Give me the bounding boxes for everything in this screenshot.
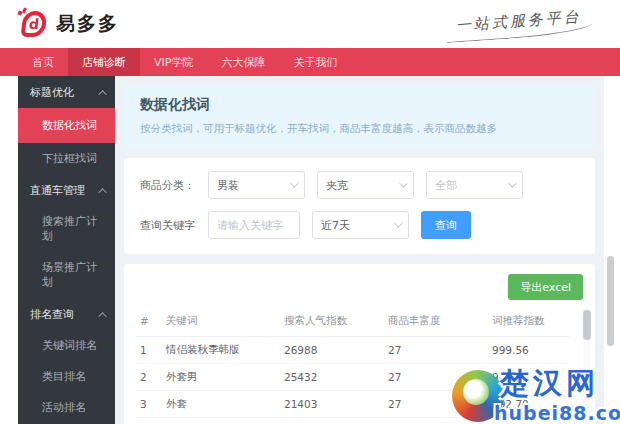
nav-item-shop-diagnosis[interactable]: 店铺诊断 <box>68 48 140 76</box>
date-range-select[interactable]: 近7天 <box>312 211 409 239</box>
cell-popularity: 21403 <box>280 391 384 418</box>
selected-value: 男装 <box>217 178 239 193</box>
results-table-card: 导出excel # 关键词 搜索人气指数 商品丰富度 词推荐指数 1 情侣装秋季… <box>124 264 595 424</box>
cell-richness: 27 <box>384 418 488 424</box>
cell-richness: 27 <box>384 337 488 364</box>
app-logo[interactable]: d 易多多 <box>18 9 119 39</box>
table-row[interactable]: 1 情侣装秋季韩版 26988 27 999.56 <box>136 337 569 364</box>
chevron-down-icon <box>394 219 402 227</box>
col-header-index: 词推荐指数 <box>488 308 569 337</box>
selected-value: 全部 <box>435 178 457 193</box>
cell-rank: 1 <box>136 337 162 364</box>
table-row[interactable]: 2 外套男 25432 27 941.93 <box>136 364 569 391</box>
sidebar-item-keyword-rank[interactable]: 关键词排名 <box>18 330 115 361</box>
page-title: 数据化找词 <box>140 96 579 114</box>
cell-index: 999.56 <box>488 337 569 364</box>
category-select-level2[interactable]: 夹克 <box>317 171 414 199</box>
chevron-down-icon <box>508 179 516 187</box>
sidebar-section-train-manage[interactable]: 直通车管理 <box>18 174 115 206</box>
cell-rank: 3 <box>136 391 162 418</box>
chevron-up-icon <box>98 90 106 98</box>
info-banner: 数据化找词 按分类找词，可用于标题优化，开车找词，商品丰富度越高，表示商品数越多 <box>124 85 595 149</box>
sidebar-item-dropdown-find-words[interactable]: 下拉框找词 <box>18 143 115 174</box>
cell-popularity: 20557 <box>280 418 384 424</box>
main-nav: 首页 店铺诊断 VIP学院 六大保障 关于我们 <box>0 48 620 76</box>
main-content: 数据化找词 按分类找词，可用于标题优化，开车找词，商品丰富度越高，表示商品数越多… <box>115 76 604 424</box>
cell-index: 792.70 <box>488 391 569 418</box>
category-select-level1[interactable]: 男装 <box>208 171 305 199</box>
cell-popularity: 26988 <box>280 337 384 364</box>
logo-d-icon: d <box>18 9 48 39</box>
col-header-rank: # <box>136 308 162 337</box>
nav-item-vip-academy[interactable]: VIP学院 <box>140 48 207 76</box>
category-label: 商品分类： <box>140 178 208 193</box>
cell-popularity: 25432 <box>280 364 384 391</box>
cell-richness: 27 <box>384 391 488 418</box>
sidebar-section-title-optimize[interactable]: 标题优化 <box>18 76 115 108</box>
nav-item-guarantees[interactable]: 六大保障 <box>207 48 279 76</box>
table-header-row: # 关键词 搜索人气指数 商品丰富度 词推荐指数 <box>136 308 569 337</box>
keyword-label: 查询关键字 <box>140 218 208 233</box>
sidebar: 标题优化 数据化找词 下拉框找词 直通车管理 搜索推广计划 场景推广计划 排名查… <box>18 76 115 424</box>
section-label: 排名查询 <box>30 307 74 322</box>
filter-form: 商品分类： 男装 夹克 全部 查询关键字 近7天 <box>124 158 595 254</box>
cell-keyword: 外套 <box>162 391 280 418</box>
left-gutter <box>0 76 18 424</box>
slogan-text: 一站式服务平台 <box>445 5 593 43</box>
cell-keyword: 外套男 <box>162 364 280 391</box>
keywords-table: # 关键词 搜索人气指数 商品丰富度 词推荐指数 1 情侣装秋季韩版 26988… <box>136 308 569 424</box>
table-row[interactable]: 3 外套 21403 27 792.70 <box>136 391 569 418</box>
col-header-popularity: 搜索人气指数 <box>280 308 384 337</box>
chevron-down-icon <box>399 179 407 187</box>
chevron-down-icon <box>290 179 298 187</box>
table-scrollbar[interactable] <box>583 308 591 424</box>
sidebar-item-activity-rank[interactable]: 活动排名 <box>18 392 115 423</box>
sidebar-item-scene-promo-plan[interactable]: 场景推广计划 <box>18 252 115 298</box>
nav-item-home[interactable]: 首页 <box>18 48 68 76</box>
selected-value: 夹克 <box>326 178 348 193</box>
category-select-level3[interactable]: 全部 <box>426 171 523 199</box>
chevron-up-icon <box>98 188 106 196</box>
top-header: d 易多多 一站式服务平台 <box>0 0 620 48</box>
cell-richness: 27 <box>384 364 488 391</box>
chevron-up-icon <box>98 312 106 320</box>
table-row[interactable]: 4 bf风外套 20557 27 761.37 <box>136 418 569 424</box>
table-scrollbar-thumb[interactable] <box>583 310 591 340</box>
page-description: 按分类找词，可用于标题优化，开车找词，商品丰富度越高，表示商品数越多 <box>140 122 579 136</box>
cell-rank: 4 <box>136 418 162 424</box>
cell-index: 761.37 <box>488 418 569 424</box>
nav-item-about[interactable]: 关于我们 <box>279 48 351 76</box>
cell-rank: 2 <box>136 364 162 391</box>
export-excel-button[interactable]: 导出excel <box>508 274 583 300</box>
cell-keyword: bf风外套 <box>162 418 280 424</box>
cell-keyword: 情侣装秋季韩版 <box>162 337 280 364</box>
sidebar-section-rank-query[interactable]: 排名查询 <box>18 298 115 330</box>
sidebar-item-search-promo-plan[interactable]: 搜索推广计划 <box>18 206 115 252</box>
logo-text: 易多多 <box>56 11 119 37</box>
section-label: 标题优化 <box>30 85 74 100</box>
sidebar-item-category-rank[interactable]: 类目排名 <box>18 361 115 392</box>
keyword-input[interactable] <box>208 211 300 239</box>
search-button[interactable]: 查询 <box>421 211 471 239</box>
sidebar-item-data-find-words[interactable]: 数据化找词 <box>18 108 115 143</box>
col-header-keyword: 关键词 <box>162 308 280 337</box>
section-label: 直通车管理 <box>30 183 85 198</box>
page-scrollbar-thumb[interactable] <box>607 256 614 346</box>
cell-index: 941.93 <box>488 364 569 391</box>
right-gutter <box>604 76 620 424</box>
col-header-richness: 商品丰富度 <box>384 308 488 337</box>
selected-value: 近7天 <box>321 218 350 233</box>
